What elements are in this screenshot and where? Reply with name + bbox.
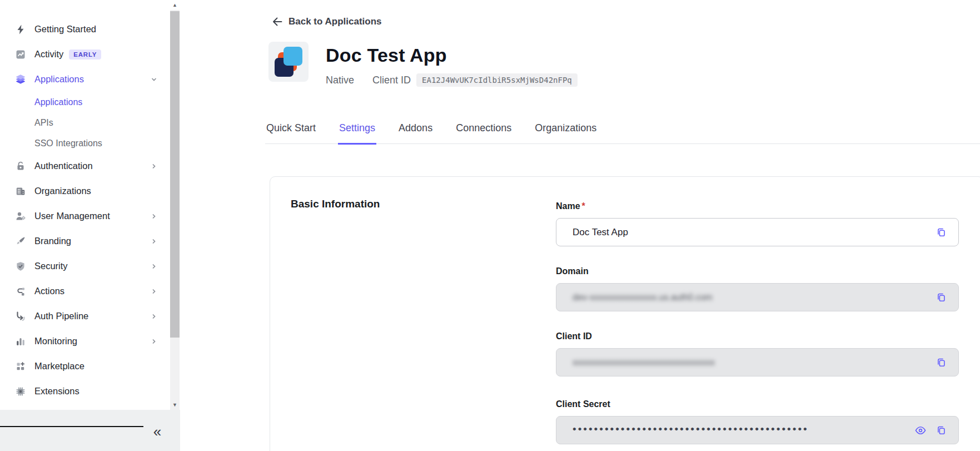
sidebar-item-label: Auth Pipeline (34, 311, 88, 321)
chevron-down-icon (149, 75, 159, 85)
sidebar-item-applications-sub[interactable]: Applications (0, 92, 180, 112)
lock-icon (15, 161, 26, 172)
user-gear-icon (15, 211, 26, 222)
sidebar-item-authentication[interactable]: Authentication (0, 153, 180, 179)
domain-input: dev-xxxxxxxxxxxxxxx.us.auth0.com (556, 283, 959, 311)
building-icon (15, 186, 26, 197)
activity-icon (15, 49, 26, 60)
app-logo (268, 42, 309, 82)
app-window: Getting Started Activity EARLY Applica (0, 0, 980, 451)
sidebar-item-label: Monitoring (34, 336, 77, 346)
chevron-right-icon (149, 236, 159, 246)
tab-settings[interactable]: Settings (338, 120, 376, 145)
bar-chart-icon (15, 336, 26, 347)
chevron-right-icon (149, 286, 159, 296)
client-secret-masked-value: ••••••••••••••••••••••••••••••••••••••••… (573, 424, 809, 434)
sidebar-item-label: Security (34, 261, 68, 271)
chevron-right-icon (149, 336, 159, 346)
early-badge: EARLY (69, 49, 101, 60)
section-title: Basic Information (291, 198, 380, 210)
domain-field-group: Domain dev-xxxxxxxxxxxxxxx.us.auth0.com (556, 266, 959, 311)
copy-client-id-button[interactable] (935, 356, 947, 369)
scrollbar-thumb[interactable] (170, 11, 180, 338)
sidebar: Getting Started Activity EARLY Applica (0, 0, 180, 451)
sidebar-item-sso-integrations[interactable]: SSO Integrations (0, 133, 180, 153)
copy-name-button[interactable] (935, 226, 947, 239)
collapse-sidebar-button[interactable]: « (148, 422, 167, 441)
copy-icon (936, 227, 947, 238)
sidebar-item-label: Getting Started (34, 24, 96, 34)
client-id-chip[interactable]: EA12J4WvUK7cIdlbiR5sxMjWsD42nFPq (416, 73, 578, 87)
client-id-field-group: Client ID xxxxxxxxxxxxxxxxxxxxxxxxxxxxxx… (556, 331, 959, 376)
sidebar-item-label: Authentication (34, 161, 93, 171)
client-secret-field-group: Client Secret ••••••••••••••••••••••••••… (556, 399, 959, 444)
tab-quick-start[interactable]: Quick Start (265, 120, 317, 145)
client-secret-input: ••••••••••••••••••••••••••••••••••••••••… (556, 416, 959, 444)
sidebar-item-security[interactable]: Security (0, 254, 180, 279)
sidebar-item-auth-pipeline[interactable]: Auth Pipeline (0, 304, 180, 329)
domain-label: Domain (556, 266, 959, 276)
back-link-label: Back to Applications (288, 16, 382, 27)
double-chevron-left-icon: « (153, 423, 161, 440)
chevron-right-icon (149, 311, 159, 321)
sidebar-item-applications[interactable]: Applications (0, 67, 180, 92)
sidebar-scrollbar[interactable]: ▲ ▼ (170, 0, 180, 410)
name-input[interactable] (556, 218, 959, 246)
sidebar-footer: « (0, 410, 180, 451)
sidebar-item-branding[interactable]: Branding (0, 229, 180, 254)
sidebar-item-user-management[interactable]: User Management (0, 204, 180, 229)
grid-plus-icon (15, 361, 26, 372)
sidebar-item-label: Applications (34, 97, 82, 107)
chevron-right-icon (149, 161, 159, 171)
shield-check-icon (15, 261, 26, 272)
sidebar-item-label: Applications (34, 74, 84, 85)
sidebar-item-apis[interactable]: APIs (0, 112, 180, 133)
copy-client-secret-button[interactable] (935, 424, 947, 437)
applications-layers-icon (15, 74, 26, 85)
name-label: Name* (556, 201, 959, 211)
sidebar-item-marketplace[interactable]: Marketplace (0, 354, 180, 379)
sidebar-item-label: APIs (34, 118, 53, 128)
scrollbar-down-arrow-icon[interactable]: ▼ (170, 400, 180, 410)
client-id-label: Client ID (372, 75, 411, 86)
tab-addons[interactable]: Addons (397, 120, 434, 145)
sidebar-item-label: User Management (34, 211, 110, 221)
paintbrush-icon (15, 236, 26, 247)
sidebar-divider-line (0, 426, 143, 427)
app-header: Doc Test App Native Client ID EA12J4WvUK… (326, 44, 578, 87)
flow-icon (15, 286, 26, 297)
sidebar-item-extensions[interactable]: Extensions (0, 379, 180, 404)
app-type-label: Native (326, 75, 354, 86)
sidebar-item-monitoring[interactable]: Monitoring (0, 329, 180, 354)
sidebar-item-actions[interactable]: Actions (0, 279, 180, 304)
tab-organizations[interactable]: Organizations (534, 120, 598, 145)
copy-domain-button[interactable] (935, 291, 947, 304)
logo-blue-square (283, 47, 302, 66)
scrollbar-up-arrow-icon[interactable]: ▲ (170, 0, 180, 10)
sidebar-item-label: Extensions (34, 386, 79, 397)
tab-bar: Quick Start Settings Addons Connections … (265, 120, 980, 144)
copy-icon (936, 425, 947, 436)
chevron-right-icon (149, 211, 159, 221)
lightning-icon (15, 24, 26, 35)
pipeline-icon (15, 311, 26, 322)
sidebar-item-organizations[interactable]: Organizations (0, 179, 180, 204)
chip-icon (15, 386, 26, 397)
client-secret-label: Client Secret (556, 399, 959, 409)
sidebar-item-label: Marketplace (34, 361, 84, 371)
sidebar-item-getting-started[interactable]: Getting Started (0, 17, 180, 42)
sidebar-item-label: Branding (34, 236, 71, 246)
name-field-group: Name* (556, 201, 959, 246)
reveal-client-secret-button[interactable] (914, 424, 927, 437)
tab-connections[interactable]: Connections (455, 120, 513, 145)
back-to-applications-link[interactable]: Back to Applications (271, 16, 382, 28)
sidebar-item-label: Organizations (34, 186, 91, 196)
sidebar-item-activity[interactable]: Activity EARLY (0, 42, 180, 67)
copy-icon (936, 292, 947, 303)
eye-icon (914, 424, 927, 437)
copy-icon (936, 357, 947, 368)
sidebar-item-label: SSO Integrations (34, 138, 102, 148)
client-id-value-redacted: xxxxxxxxxxxxxxxxxxxxxxxxxxxxxxxx (573, 358, 715, 368)
sidebar-item-label: Activity (34, 49, 63, 60)
client-id-input: xxxxxxxxxxxxxxxxxxxxxxxxxxxxxxxx (556, 348, 959, 376)
